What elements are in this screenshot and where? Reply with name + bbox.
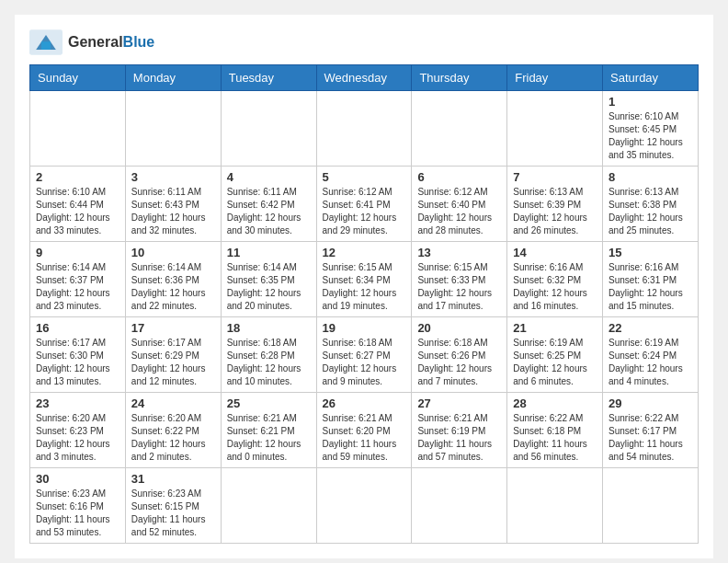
day-info: Sunrise: 6:19 AM Sunset: 6:25 PM Dayligh… — [513, 337, 597, 388]
week-row-3: 16Sunrise: 6:17 AM Sunset: 6:30 PM Dayli… — [30, 317, 699, 393]
calendar-cell — [316, 468, 412, 544]
day-info: Sunrise: 6:10 AM Sunset: 6:45 PM Dayligh… — [609, 110, 692, 162]
day-info: Sunrise: 6:16 AM Sunset: 6:32 PM Dayligh… — [513, 261, 597, 313]
weekday-header-monday: Monday — [125, 65, 221, 91]
calendar-cell: 25Sunrise: 6:21 AM Sunset: 6:21 PM Dayli… — [221, 393, 316, 468]
weekday-header-wednesday: Wednesday — [316, 65, 412, 91]
day-number: 22 — [609, 321, 692, 335]
weekday-header-row: SundayMondayTuesdayWednesdayThursdayFrid… — [30, 65, 699, 91]
day-info: Sunrise: 6:19 AM Sunset: 6:24 PM Dayligh… — [609, 337, 692, 388]
calendar-cell — [507, 468, 603, 544]
day-info: Sunrise: 6:13 AM Sunset: 6:39 PM Dayligh… — [513, 186, 597, 237]
day-number: 7 — [513, 170, 597, 184]
day-info: Sunrise: 6:21 AM Sunset: 6:20 PM Dayligh… — [323, 412, 406, 464]
day-number: 26 — [323, 396, 406, 410]
calendar-cell: 5Sunrise: 6:12 AM Sunset: 6:41 PM Daylig… — [316, 167, 412, 242]
calendar-cell: 18Sunrise: 6:18 AM Sunset: 6:28 PM Dayli… — [221, 317, 316, 393]
day-number: 15 — [609, 246, 692, 259]
calendar-cell: 11Sunrise: 6:14 AM Sunset: 6:35 PM Dayli… — [221, 242, 316, 317]
calendar-cell: 26Sunrise: 6:21 AM Sunset: 6:20 PM Dayli… — [316, 393, 412, 468]
calendar-cell: 6Sunrise: 6:12 AM Sunset: 6:40 PM Daylig… — [412, 167, 507, 242]
day-number: 12 — [323, 246, 406, 259]
calendar-cell — [507, 91, 603, 167]
day-info: Sunrise: 6:22 AM Sunset: 6:17 PM Dayligh… — [609, 412, 692, 464]
day-number: 5 — [323, 170, 406, 184]
calendar-cell: 10Sunrise: 6:14 AM Sunset: 6:36 PM Dayli… — [125, 242, 221, 317]
day-info: Sunrise: 6:14 AM Sunset: 6:36 PM Dayligh… — [131, 261, 215, 313]
day-number: 28 — [513, 396, 597, 410]
header: GeneralBlue — [29, 29, 699, 55]
day-number: 24 — [131, 396, 215, 410]
day-info: Sunrise: 6:17 AM Sunset: 6:30 PM Dayligh… — [36, 337, 119, 388]
calendar-cell: 28Sunrise: 6:22 AM Sunset: 6:18 PM Dayli… — [507, 393, 603, 468]
logo: GeneralBlue — [29, 29, 154, 55]
day-number: 25 — [227, 396, 311, 410]
day-info: Sunrise: 6:23 AM Sunset: 6:15 PM Dayligh… — [131, 488, 215, 539]
calendar-cell — [316, 91, 412, 167]
calendar-cell: 21Sunrise: 6:19 AM Sunset: 6:25 PM Dayli… — [507, 317, 603, 393]
day-number: 9 — [36, 246, 119, 259]
calendar-cell — [221, 91, 316, 167]
calendar-table: SundayMondayTuesdayWednesdayThursdayFrid… — [29, 64, 699, 544]
day-info: Sunrise: 6:16 AM Sunset: 6:31 PM Dayligh… — [609, 261, 692, 313]
calendar-cell: 19Sunrise: 6:18 AM Sunset: 6:27 PM Dayli… — [316, 317, 412, 393]
calendar-cell: 16Sunrise: 6:17 AM Sunset: 6:30 PM Dayli… — [30, 317, 126, 393]
day-info: Sunrise: 6:14 AM Sunset: 6:35 PM Dayligh… — [227, 261, 311, 313]
day-number: 29 — [609, 396, 692, 410]
weekday-header-thursday: Thursday — [412, 65, 507, 91]
day-info: Sunrise: 6:22 AM Sunset: 6:18 PM Dayligh… — [513, 412, 597, 464]
day-info: Sunrise: 6:12 AM Sunset: 6:41 PM Dayligh… — [323, 186, 406, 237]
day-info: Sunrise: 6:10 AM Sunset: 6:44 PM Dayligh… — [36, 186, 119, 237]
day-info: Sunrise: 6:18 AM Sunset: 6:27 PM Dayligh… — [323, 337, 406, 388]
week-row-4: 23Sunrise: 6:20 AM Sunset: 6:23 PM Dayli… — [30, 393, 699, 468]
calendar-cell: 20Sunrise: 6:18 AM Sunset: 6:26 PM Dayli… — [412, 317, 507, 393]
day-info: Sunrise: 6:11 AM Sunset: 6:42 PM Dayligh… — [227, 186, 311, 237]
day-info: Sunrise: 6:23 AM Sunset: 6:16 PM Dayligh… — [36, 488, 119, 539]
calendar-cell: 8Sunrise: 6:13 AM Sunset: 6:38 PM Daylig… — [603, 167, 699, 242]
day-number: 6 — [417, 170, 501, 184]
day-info: Sunrise: 6:21 AM Sunset: 6:19 PM Dayligh… — [417, 412, 501, 464]
day-number: 1 — [609, 95, 692, 109]
day-number: 17 — [131, 321, 215, 335]
day-number: 14 — [513, 246, 597, 259]
calendar-cell: 27Sunrise: 6:21 AM Sunset: 6:19 PM Dayli… — [412, 393, 507, 468]
page: GeneralBlue SundayMondayTuesdayWednesday… — [15, 15, 713, 558]
day-number: 11 — [227, 246, 311, 259]
calendar-cell: 17Sunrise: 6:17 AM Sunset: 6:29 PM Dayli… — [125, 317, 221, 393]
day-number: 21 — [513, 321, 597, 335]
calendar-cell: 4Sunrise: 6:11 AM Sunset: 6:42 PM Daylig… — [221, 167, 316, 242]
day-number: 4 — [227, 170, 311, 184]
week-row-0: 1Sunrise: 6:10 AM Sunset: 6:45 PM Daylig… — [30, 91, 699, 167]
calendar-cell: 9Sunrise: 6:14 AM Sunset: 6:37 PM Daylig… — [30, 242, 126, 317]
calendar-cell: 12Sunrise: 6:15 AM Sunset: 6:34 PM Dayli… — [316, 242, 412, 317]
weekday-header-friday: Friday — [507, 65, 603, 91]
svg-rect-2 — [41, 41, 51, 50]
calendar-cell: 22Sunrise: 6:19 AM Sunset: 6:24 PM Dayli… — [603, 317, 699, 393]
day-info: Sunrise: 6:13 AM Sunset: 6:38 PM Dayligh… — [609, 186, 692, 237]
calendar-cell: 1Sunrise: 6:10 AM Sunset: 6:45 PM Daylig… — [603, 91, 699, 167]
day-number: 2 — [36, 170, 119, 184]
weekday-header-sunday: Sunday — [30, 65, 126, 91]
day-number: 8 — [609, 170, 692, 184]
day-info: Sunrise: 6:12 AM Sunset: 6:40 PM Dayligh… — [417, 186, 501, 237]
day-number: 10 — [131, 246, 215, 259]
calendar-cell — [603, 468, 699, 544]
day-number: 18 — [227, 321, 311, 335]
weekday-header-saturday: Saturday — [603, 65, 699, 91]
calendar-cell: 7Sunrise: 6:13 AM Sunset: 6:39 PM Daylig… — [507, 167, 603, 242]
day-info: Sunrise: 6:18 AM Sunset: 6:26 PM Dayligh… — [417, 337, 501, 388]
day-number: 31 — [131, 472, 215, 486]
day-info: Sunrise: 6:18 AM Sunset: 6:28 PM Dayligh… — [227, 337, 311, 388]
day-info: Sunrise: 6:14 AM Sunset: 6:37 PM Dayligh… — [36, 261, 119, 313]
calendar-cell: 3Sunrise: 6:11 AM Sunset: 6:43 PM Daylig… — [125, 167, 221, 242]
calendar-cell — [412, 91, 507, 167]
day-number: 13 — [417, 246, 501, 259]
day-number: 20 — [417, 321, 501, 335]
day-info: Sunrise: 6:21 AM Sunset: 6:21 PM Dayligh… — [227, 412, 311, 464]
calendar-cell: 29Sunrise: 6:22 AM Sunset: 6:17 PM Dayli… — [603, 393, 699, 468]
calendar-cell: 14Sunrise: 6:16 AM Sunset: 6:32 PM Dayli… — [507, 242, 603, 317]
day-info: Sunrise: 6:11 AM Sunset: 6:43 PM Dayligh… — [131, 186, 215, 237]
calendar-cell — [30, 91, 126, 167]
logo-icon — [29, 29, 63, 55]
calendar-cell: 15Sunrise: 6:16 AM Sunset: 6:31 PM Dayli… — [603, 242, 699, 317]
